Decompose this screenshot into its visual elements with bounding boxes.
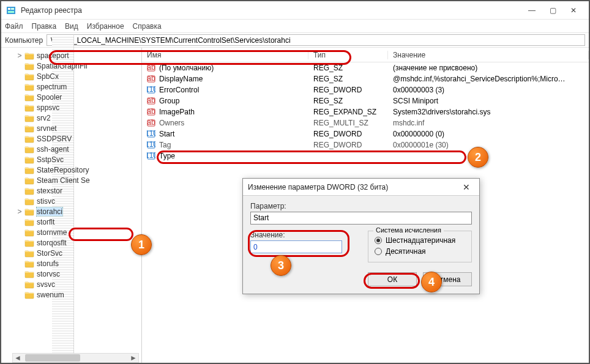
- scroll-right-icon[interactable]: ►: [129, 354, 138, 362]
- pathbar-label: Компьютер: [5, 36, 43, 45]
- scroll-left-icon[interactable]: ◄: [13, 354, 23, 362]
- tree-item-label: storvsc: [37, 270, 60, 278]
- value-input[interactable]: [250, 240, 342, 253]
- list-row[interactable]: 110Type: [142, 150, 589, 162]
- registry-path-field[interactable]: \HKEY_LOCAL_MACHINE\SYSTEM\CurrentContro…: [47, 34, 585, 46]
- param-label: Параметр:: [250, 202, 472, 210]
- svg-rect-2: [11, 8, 14, 10]
- value-type: REG_SZ: [308, 64, 388, 72]
- menu-help[interactable]: Справка: [133, 22, 162, 31]
- menu-file[interactable]: Файл: [5, 22, 23, 31]
- dialog-title: Изменение параметра DWORD (32 бита): [248, 183, 458, 191]
- ok-button[interactable]: ОК: [368, 272, 417, 286]
- value-data: (значение не присвоено): [388, 64, 589, 72]
- folder-icon: [24, 291, 34, 299]
- list-row[interactable]: 110TagREG_DWORD0x0000001e (30): [142, 139, 589, 150]
- tree-item-stexstor[interactable]: stexstor: [1, 185, 141, 196]
- tree-item-spbcx[interactable]: SpbCx: [1, 71, 141, 81]
- list-row[interactable]: 110ErrorControlREG_DWORD0x00000003 (3): [142, 84, 589, 95]
- value-type: REG_SZ: [308, 75, 388, 83]
- tree-item-spatialgraphfil[interactable]: SpatialGraphFil: [1, 61, 141, 71]
- tree-item-label: svsvc: [37, 280, 55, 289]
- expander-icon[interactable]: >: [16, 51, 23, 60]
- radix-dec-radio[interactable]: Десятичная: [375, 246, 465, 257]
- tree-item-sppsvc[interactable]: sppsvc: [1, 102, 141, 113]
- value-data: mshdc.inf: [388, 119, 589, 127]
- tree-item-staterepository[interactable]: StateRepository: [1, 165, 141, 175]
- tree-item-label: SSDPSRV: [37, 135, 72, 143]
- tree-item-sstpsvc[interactable]: SstpSvc: [1, 154, 141, 165]
- tree-item-stornvme[interactable]: stornvme: [1, 227, 141, 237]
- list-row[interactable]: abDisplayNameREG_SZ@mshdc.inf,%storahci_…: [142, 73, 589, 84]
- tree-item-stisvc[interactable]: stisvc: [1, 196, 141, 206]
- svg-text:ab: ab: [147, 108, 155, 116]
- tree-item-label: storufs: [37, 259, 59, 268]
- registry-tree[interactable]: >spaceportSpatialGraphFilSpbCxspectrumSp…: [1, 48, 142, 363]
- menubar: Файл Правка Вид Избранное Справка: [1, 20, 589, 33]
- folder-icon: [24, 239, 34, 247]
- tree-item-svsvc[interactable]: svsvc: [1, 279, 141, 289]
- maximize-button[interactable]: ▢: [542, 3, 563, 18]
- titlebar: Редактор реестра — ▢ ✕: [1, 1, 589, 20]
- value-name: Type: [159, 152, 175, 160]
- list-row[interactable]: abOwnersREG_MULTI_SZmshdc.inf: [142, 117, 589, 128]
- tree-item-storufs[interactable]: storufs: [1, 258, 141, 269]
- tree-item-storahci[interactable]: >storahci: [1, 206, 141, 217]
- reg-binary-icon: 110: [147, 152, 155, 160]
- tree-item-label: stornvme: [37, 228, 67, 237]
- value-name: (По умолчанию): [159, 64, 214, 72]
- tree-item-ssh-agent[interactable]: ssh-agent: [1, 144, 141, 154]
- list-row[interactable]: abGroupREG_SZSCSI Miniport: [142, 95, 589, 106]
- reg-string-icon: ab: [147, 64, 155, 72]
- folder-icon: [24, 124, 34, 133]
- reg-string-icon: ab: [147, 97, 155, 105]
- radix-hex-label: Шестнадцатеричная: [386, 236, 455, 245]
- folder-icon: [24, 93, 34, 102]
- col-name[interactable]: Имя: [142, 51, 308, 59]
- regedit-icon: [6, 6, 16, 15]
- tree-item-spaceport[interactable]: >spaceport: [1, 50, 141, 61]
- dialog-close-icon[interactable]: ✕: [458, 182, 474, 192]
- badge-4: 4: [421, 272, 442, 292]
- folder-icon: [24, 145, 34, 154]
- svg-text:110: 110: [147, 141, 155, 149]
- tree-item-srv2[interactable]: srv2: [1, 113, 141, 123]
- menu-edit[interactable]: Правка: [32, 22, 57, 31]
- expander-icon[interactable]: >: [16, 207, 23, 216]
- list-header: Имя Тип Значение: [142, 48, 589, 62]
- tree-item-storsvc[interactable]: StorSvc: [1, 248, 141, 258]
- col-type[interactable]: Тип: [308, 51, 388, 59]
- value-type: REG_DWORD: [308, 130, 388, 138]
- folder-icon: [24, 176, 34, 185]
- col-value[interactable]: Значение: [388, 51, 589, 59]
- list-row[interactable]: abImagePathREG_EXPAND_SZSystem32\drivers…: [142, 106, 589, 117]
- menu-view[interactable]: Вид: [65, 22, 78, 31]
- list-row[interactable]: 110StartREG_DWORD0x00000000 (0): [142, 128, 589, 139]
- list-row[interactable]: ab(По умолчанию)REG_SZ(значение не присв…: [142, 62, 589, 73]
- reg-string-icon: ab: [147, 108, 155, 116]
- tree-item-label: StateRepository: [37, 166, 89, 174]
- tree-horizontal-scrollbar[interactable]: ◄ ►: [12, 353, 139, 363]
- value-name: ErrorControl: [159, 86, 199, 94]
- tree-item-storvsc[interactable]: storvsc: [1, 269, 141, 279]
- tree-item-storflt[interactable]: storflt: [1, 217, 141, 227]
- tree-item-storqosflt[interactable]: storqosflt: [1, 237, 141, 248]
- scrollbar-thumb[interactable]: [25, 354, 80, 362]
- minimize-button[interactable]: —: [521, 3, 542, 18]
- menu-favorites[interactable]: Избранное: [87, 22, 124, 31]
- tree-item-ssdpsrv[interactable]: SSDPSRV: [1, 133, 141, 144]
- value-data: 0x0000001e (30): [388, 141, 589, 149]
- close-button[interactable]: ✕: [563, 3, 584, 18]
- folder-icon: [24, 83, 34, 91]
- value-type: REG_DWORD: [308, 86, 388, 94]
- tree-item-srvnet[interactable]: srvnet: [1, 123, 141, 133]
- tree-item-steam client se[interactable]: Steam Client Se: [1, 175, 141, 185]
- value-name: ImagePath: [159, 108, 195, 116]
- tree-item-swenum[interactable]: swenum: [1, 289, 141, 300]
- value-data: SCSI Miniport: [388, 97, 589, 105]
- tree-item-spooler[interactable]: Spooler: [1, 92, 141, 102]
- dialog-titlebar[interactable]: Изменение параметра DWORD (32 бита) ✕: [243, 179, 479, 196]
- value-name: Group: [159, 97, 179, 105]
- radix-hex-radio[interactable]: Шестнадцатеричная: [375, 235, 465, 246]
- tree-item-spectrum[interactable]: spectrum: [1, 81, 141, 92]
